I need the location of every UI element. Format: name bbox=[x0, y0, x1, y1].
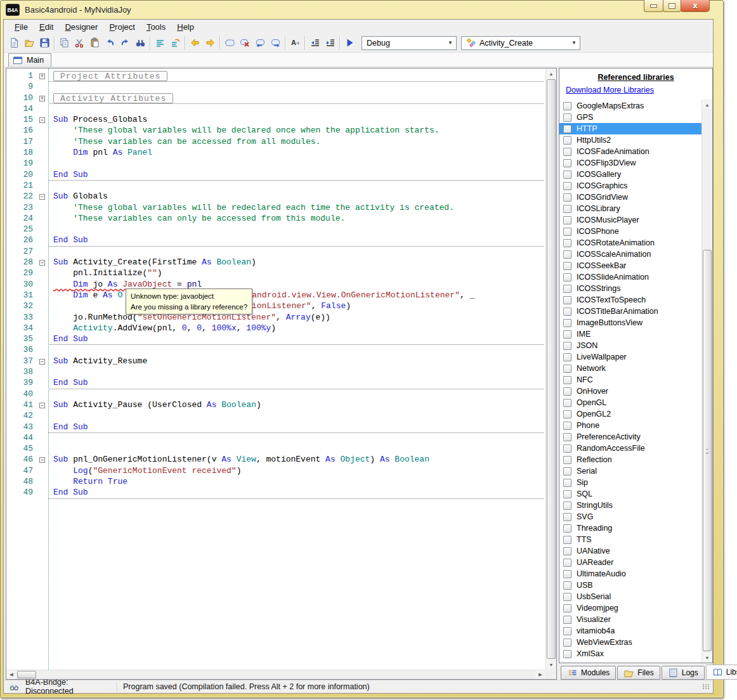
library-item[interactable]: TTS bbox=[559, 534, 701, 545]
library-checkbox[interactable] bbox=[563, 148, 571, 156]
teal-lines-button[interactable] bbox=[152, 36, 167, 51]
library-item[interactable]: Sip bbox=[559, 477, 701, 488]
library-checkbox[interactable] bbox=[563, 604, 571, 612]
library-item[interactable]: ICOSGallery bbox=[559, 169, 701, 180]
teal-lines-redo-button[interactable] bbox=[167, 36, 183, 51]
rounded-rect-arrow-right-button[interactable] bbox=[268, 36, 283, 51]
menu-item-file[interactable]: File bbox=[9, 21, 34, 33]
open-folder-button[interactable] bbox=[22, 36, 37, 51]
code-line[interactable]: 23 'These global variables will be redec… bbox=[6, 203, 545, 214]
scroll-down-arrow[interactable]: ▼ bbox=[546, 659, 556, 670]
library-checkbox[interactable] bbox=[563, 136, 571, 145]
code-line[interactable]: 9 bbox=[6, 82, 545, 93]
scroll-right-arrow[interactable]: ▶ bbox=[535, 670, 545, 679]
tab-main[interactable]: Main bbox=[8, 53, 51, 67]
library-checkbox[interactable] bbox=[563, 536, 571, 544]
tab-logs[interactable]: Logs bbox=[662, 666, 705, 680]
library-checkbox[interactable] bbox=[563, 399, 571, 407]
library-checkbox[interactable] bbox=[563, 559, 571, 567]
code-line[interactable]: 31 Dim e As Oandroid.view.View.OnGeneric… bbox=[6, 290, 545, 301]
library-item[interactable]: UltimateAudio bbox=[559, 568, 701, 580]
library-item[interactable]: PreferenceActivity bbox=[559, 431, 701, 443]
code-area[interactable]: 1+Project Attributes910+Activity Attribu… bbox=[6, 68, 545, 670]
library-item[interactable]: Threading bbox=[559, 522, 701, 534]
code-line[interactable]: 21 bbox=[6, 181, 545, 191]
library-checkbox[interactable] bbox=[563, 502, 571, 510]
library-item[interactable]: Visualizer bbox=[559, 614, 701, 625]
download-libraries-link[interactable]: Download More Libraries bbox=[566, 86, 654, 94]
document-button[interactable] bbox=[6, 36, 22, 51]
library-checkbox[interactable] bbox=[563, 296, 571, 304]
code-line[interactable]: 17 'These variables can be accessed from… bbox=[6, 137, 545, 148]
code-editor[interactable]: 1+Project Attributes910+Activity Attribu… bbox=[6, 68, 557, 680]
close-button[interactable]: x bbox=[681, 0, 710, 12]
library-checkbox[interactable] bbox=[563, 216, 571, 224]
library-item[interactable]: ICOSGraphics bbox=[559, 180, 701, 191]
library-checkbox[interactable] bbox=[563, 113, 571, 122]
scissors-button[interactable] bbox=[72, 36, 87, 51]
menu-item-project[interactable]: Project bbox=[103, 21, 140, 33]
rename-button[interactable]: A bbox=[287, 36, 303, 51]
library-checkbox[interactable] bbox=[563, 182, 571, 190]
code-line[interactable]: 27 bbox=[6, 247, 545, 257]
library-item[interactable]: OpenGL2 bbox=[559, 408, 701, 420]
library-item[interactable]: HTTP bbox=[559, 123, 701, 134]
library-checkbox[interactable] bbox=[563, 524, 571, 533]
clipboard-paste-button[interactable] bbox=[87, 36, 102, 51]
menu-item-designer[interactable]: Designer bbox=[59, 21, 103, 33]
binoculars-button[interactable] bbox=[133, 36, 148, 51]
library-item[interactable]: UANative bbox=[559, 545, 701, 557]
library-item[interactable]: USB bbox=[559, 580, 701, 591]
tab-modules[interactable]: Modules bbox=[561, 666, 616, 680]
library-checkbox[interactable] bbox=[563, 593, 571, 601]
library-checkbox[interactable] bbox=[563, 479, 571, 487]
code-line[interactable]: 14 bbox=[6, 104, 545, 115]
library-checkbox[interactable] bbox=[563, 581, 571, 590]
libraries-scrollbar[interactable]: ▲ ▼ bbox=[701, 100, 712, 663]
library-item[interactable]: ICOSRotateAnimation bbox=[559, 237, 701, 249]
library-item[interactable]: GoogleMapsExtras bbox=[559, 100, 701, 112]
fold-toggle[interactable]: − bbox=[39, 403, 45, 408]
library-checkbox[interactable] bbox=[563, 490, 571, 498]
library-item[interactable]: ICOSStrings bbox=[559, 283, 701, 294]
library-item[interactable]: JSON bbox=[559, 340, 701, 351]
fold-toggle[interactable]: − bbox=[39, 194, 45, 200]
play-button[interactable] bbox=[342, 36, 357, 51]
library-item[interactable]: Phone bbox=[559, 420, 701, 431]
library-item[interactable]: GPS bbox=[559, 112, 701, 123]
code-line[interactable]: 49End Sub bbox=[6, 488, 545, 498]
code-line[interactable]: 30 Dim jo As JavaObject = pnl bbox=[6, 280, 545, 290]
code-line[interactable]: 42 bbox=[6, 411, 545, 422]
library-item[interactable]: IME bbox=[559, 328, 701, 340]
library-checkbox[interactable] bbox=[563, 125, 571, 133]
library-checkbox[interactable] bbox=[563, 467, 571, 476]
code-line[interactable]: 25 bbox=[6, 224, 545, 235]
library-checkbox[interactable] bbox=[563, 650, 571, 658]
code-line[interactable]: 45 bbox=[6, 444, 545, 455]
library-item[interactable]: LiveWallpaper bbox=[559, 351, 701, 363]
library-checkbox[interactable] bbox=[563, 262, 571, 270]
code-line[interactable]: 28−Sub Activity_Create(FirstTime As Bool… bbox=[6, 257, 545, 268]
code-line[interactable]: 47 Log("GenericMotionEvent received") bbox=[6, 466, 545, 477]
code-line[interactable]: 32ionListener", False) bbox=[6, 301, 545, 312]
code-line[interactable]: 36 bbox=[6, 345, 545, 356]
collapsed-region-box[interactable]: Project Attributes bbox=[53, 71, 167, 81]
library-item[interactable]: Network bbox=[559, 363, 701, 374]
code-line[interactable]: 48 Return True bbox=[6, 477, 545, 488]
code-line[interactable]: 1+Project Attributes bbox=[6, 71, 545, 82]
maximize-button[interactable] bbox=[663, 0, 681, 12]
code-line[interactable]: 44 bbox=[6, 433, 545, 444]
library-checkbox[interactable] bbox=[563, 627, 571, 635]
library-item[interactable]: ICOSFadeAnimation bbox=[559, 146, 701, 157]
library-checkbox[interactable] bbox=[563, 456, 571, 464]
vertical-scroll-thumb[interactable] bbox=[547, 79, 556, 659]
scroll-down-arrow[interactable]: ▼ bbox=[702, 652, 712, 663]
save-button[interactable] bbox=[37, 36, 52, 51]
code-line[interactable]: 16 'These global variables will be decla… bbox=[6, 126, 545, 136]
horizontal-scroll-thumb[interactable] bbox=[17, 671, 36, 678]
library-checkbox[interactable] bbox=[563, 365, 571, 373]
library-checkbox[interactable] bbox=[563, 353, 571, 361]
library-checkbox[interactable] bbox=[563, 319, 571, 327]
tab-libs[interactable]: Libs bbox=[706, 664, 737, 680]
yellow-arrow-left-button[interactable] bbox=[187, 36, 202, 51]
